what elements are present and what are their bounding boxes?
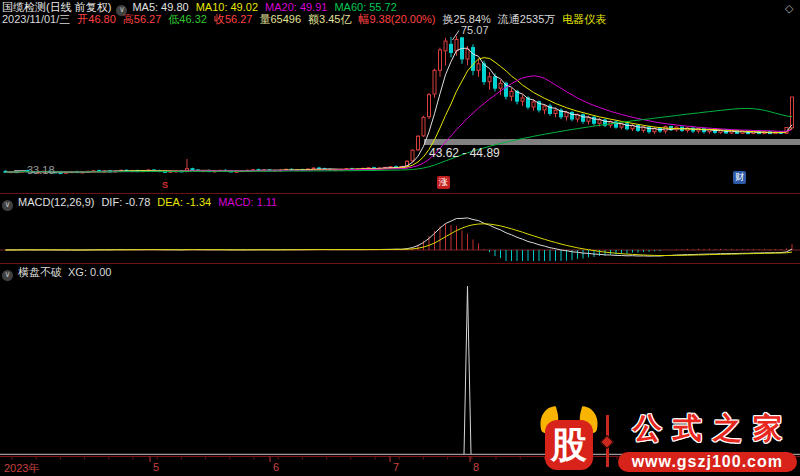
sell-marker: S — [162, 180, 168, 190]
ma-value-ma60: MA60: 55.72 — [334, 1, 396, 13]
macd-title: MACD(12,26,9) — [18, 196, 94, 208]
quote-field-change: 幅9.38(20.00%) — [358, 13, 435, 25]
quote-field-sector[interactable]: 电器仪表 — [562, 13, 606, 25]
quote-field-high: 高56.27 — [123, 13, 162, 25]
quote-field-amount: 额3.45亿 — [308, 13, 351, 25]
quote-field-open: 开46.80 — [77, 13, 116, 25]
support-band — [424, 139, 800, 145]
ma5-line — [6, 48, 793, 172]
site-logo[interactable]: 股 公式之家 www.gszj100.com — [541, 409, 797, 472]
chart-canvas[interactable] — [0, 0, 800, 476]
axis-year-label: 2023年 — [4, 461, 39, 476]
ma-value-ma5: MA5: 49.80 — [132, 1, 188, 13]
quote-fields-group: 2023/11/01/三开46.80高56.27低46.32收56.27量654… — [2, 13, 613, 25]
stock-title: 国缆检测(日线 前复权) — [2, 1, 111, 13]
ma-lines-layer — [6, 48, 793, 172]
quote-field-volume: 量65496 — [259, 13, 301, 25]
signal-spike — [464, 286, 471, 454]
low-price-label: 33.18 — [27, 164, 55, 176]
ma-value-ma20: MA20: 49.91 — [265, 1, 327, 13]
ma10-line — [6, 58, 793, 173]
bull-face: 股 — [545, 420, 593, 470]
logo-diamond-icon — [600, 434, 614, 448]
finance-badge[interactable]: 财 — [733, 171, 746, 184]
quote-info-bar: 2023/11/01/三开46.80高56.27低46.32收56.27量654… — [2, 13, 613, 25]
quote-field-close: 收56.27 — [214, 13, 253, 25]
support-band-label: 43.62 - 44.89 — [429, 146, 500, 160]
axis-month-label: 6 — [273, 461, 279, 473]
signal-title: 横盘不破 — [18, 266, 62, 278]
rise-badge[interactable]: 涨 — [437, 176, 450, 189]
site-url-pill[interactable]: www.gszj100.com — [618, 452, 797, 472]
site-name: 公式之家 — [622, 409, 793, 449]
low-price-tick — [14, 170, 26, 171]
macd-panel-header: ∨MACD(12,26,9)DIF: -0.78DEA: -1.34MACD: … — [2, 196, 284, 211]
logo-divider — [606, 415, 609, 467]
ma20-line — [6, 76, 793, 173]
macd-value-dif: DIF: -0.78 — [101, 196, 150, 208]
signal-panel-header: ∨横盘不破XG: 0.00 — [2, 266, 111, 281]
signal-value: XG: 0.00 — [68, 266, 111, 278]
dea-line — [6, 224, 793, 256]
quote-field-low: 低46.32 — [168, 13, 207, 25]
candles-layer — [4, 36, 794, 174]
macd-values-group: DIF: -0.78DEA: -1.34MACD: 1.11 — [101, 196, 284, 208]
window-diamond-icon[interactable]: ◇ — [785, 2, 793, 15]
stock-app-window: 国缆检测(日线 前复权)∨MA5: 49.80MA10: 49.02MA20: … — [0, 0, 800, 476]
axis-month-label: 7 — [393, 461, 399, 473]
axis-month-label: 8 — [473, 461, 479, 473]
ma-value-ma10: MA10: 49.02 — [196, 1, 258, 13]
peak-price-label: 75.07 — [461, 24, 489, 36]
ma-values-group: MA5: 49.80MA10: 49.02MA20: 49.91MA60: 55… — [132, 1, 403, 13]
quote-field-float: 流通2535万 — [498, 13, 555, 25]
axis-month-label: 5 — [153, 461, 159, 473]
collapse-macd-icon[interactable]: ∨ — [2, 200, 13, 211]
peak-arrow — [453, 31, 460, 41]
macd-value-macd: MACD: 1.11 — [218, 196, 277, 208]
collapse-signal-icon[interactable]: ∨ — [2, 270, 13, 281]
macd-value-dea: DEA: -1.34 — [157, 196, 211, 208]
bull-icon: 股 — [541, 410, 597, 472]
quote-field-date: 2023/11/01/三 — [2, 13, 70, 25]
